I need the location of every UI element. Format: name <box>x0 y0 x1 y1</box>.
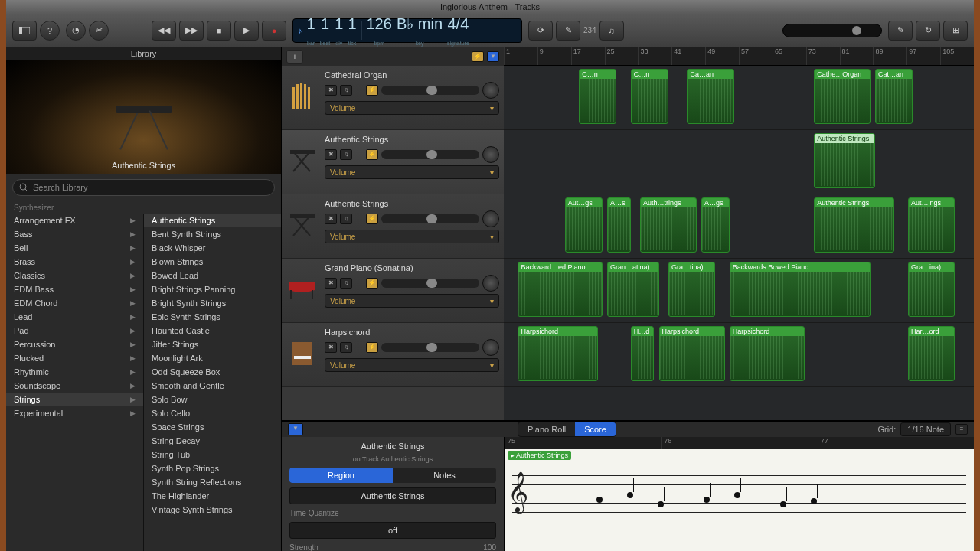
midi-region[interactable]: Harpsichord <box>659 326 725 381</box>
patch-item[interactable]: Vintage Synth Strings <box>144 503 281 517</box>
cycle-button[interactable]: ⟳ <box>528 21 553 41</box>
region-name-field[interactable]: Authentic Strings <box>289 487 496 504</box>
mute-button[interactable]: ✖ <box>325 149 337 160</box>
track-header[interactable]: Grand Piano (Sonatina) ✖ ♫ ⚡ Volume▾ <box>282 259 504 323</box>
midi-region[interactable]: Ca…an <box>687 69 733 124</box>
patch-list[interactable]: Authentic StringsBent Synth StringsBlack… <box>144 214 281 551</box>
automation-button[interactable]: ⚡ <box>366 278 378 289</box>
track-lane[interactable]: C…nC…nCa…anCathe…OrganCat…an <box>504 66 974 130</box>
patch-item[interactable]: Solo Cello <box>144 406 281 420</box>
media-browser-button[interactable]: ⊞ <box>943 21 968 41</box>
metronome-button[interactable]: ◔ <box>66 21 86 41</box>
note[interactable] <box>627 492 633 498</box>
mute-button[interactable]: ✖ <box>325 342 337 353</box>
automation-button[interactable]: ⚡ <box>366 342 378 353</box>
patch-item[interactable]: Epic Synth Strings <box>144 310 281 324</box>
midi-region[interactable]: Harpsichord <box>730 326 805 381</box>
midi-region[interactable]: Gran…atina) <box>607 262 659 317</box>
track-volume-slider[interactable] <box>381 86 479 95</box>
category-item[interactable]: Arrangement FX▶ <box>6 214 143 227</box>
category-item[interactable]: Pad▶ <box>6 324 143 337</box>
midi-region[interactable]: Backward…ed Piano <box>518 262 603 317</box>
midi-region[interactable]: Gra…ina) <box>908 262 955 317</box>
category-item[interactable]: Classics▶ <box>6 269 143 282</box>
automation-button[interactable]: ⚡ <box>366 214 378 224</box>
note[interactable] <box>811 498 817 504</box>
tab-piano-roll[interactable]: Piano Roll <box>518 422 575 436</box>
patch-item[interactable]: Haunted Castle <box>144 324 281 337</box>
help-button[interactable]: ? <box>40 21 60 41</box>
midi-region[interactable]: H…d <box>631 326 655 381</box>
tab-region[interactable]: Region <box>289 468 393 483</box>
scissors-button[interactable]: ✂ <box>89 21 109 41</box>
track-volume-slider[interactable] <box>381 343 479 352</box>
note[interactable] <box>658 501 664 507</box>
library-toggle-button[interactable] <box>12 21 37 41</box>
track-lane[interactable]: HarpsichordH…dHarpsichordHarpsichordHar…… <box>504 323 974 387</box>
pan-knob[interactable] <box>482 82 499 99</box>
patch-item[interactable]: Bright Strings Panning <box>144 282 281 296</box>
headphone-button[interactable]: ♫ <box>340 214 352 224</box>
forward-button[interactable]: ▶▶ <box>179 21 204 41</box>
midi-region[interactable]: A…gs <box>701 197 730 253</box>
midi-region[interactable]: A…s <box>607 197 631 253</box>
automation-button[interactable]: ⚡ <box>366 149 378 160</box>
track-lane[interactable]: Aut…gsA…sAuth…tringsA…gsAuthentic String… <box>504 194 974 259</box>
headphone-button[interactable]: ♫ <box>340 278 352 289</box>
filter-toggle[interactable]: ▼ <box>487 51 499 62</box>
patch-item[interactable]: Authentic Strings <box>144 214 281 227</box>
automation-toggle[interactable]: ⚡ <box>472 51 484 62</box>
headphone-button[interactable]: ♫ <box>340 85 352 96</box>
notepad-button[interactable]: ✎ <box>888 21 913 41</box>
category-item[interactable]: Soundscape▶ <box>6 379 143 393</box>
midi-region[interactable]: Aut…gs <box>565 197 603 253</box>
track-volume-slider[interactable] <box>381 279 479 288</box>
arrange-area[interactable]: 191725334149576573818997105 C…nC…nCa…anC… <box>504 47 974 420</box>
patch-item[interactable]: Synth String Reflections <box>144 475 281 489</box>
tab-notes[interactable]: Notes <box>393 468 496 483</box>
rewind-button[interactable]: ◀◀ <box>152 21 176 41</box>
add-track-button[interactable]: + <box>286 50 303 64</box>
pan-knob[interactable] <box>482 339 499 356</box>
pan-knob[interactable] <box>482 275 499 292</box>
category-item[interactable]: Lead▶ <box>6 310 143 324</box>
midi-region[interactable]: Auth…trings <box>640 197 697 253</box>
count-in-button[interactable]: ♫ <box>599 21 624 41</box>
note[interactable] <box>734 492 740 498</box>
midi-region[interactable]: Har…ord <box>908 326 955 381</box>
category-list[interactable]: Arrangement FX▶Bass▶Bell▶Brass▶Classics▶… <box>6 214 144 551</box>
editor-filter-button[interactable]: ▼ <box>288 423 303 435</box>
note[interactable] <box>596 497 603 503</box>
editor-menu-button[interactable]: ≡ <box>956 424 968 435</box>
tuner-button[interactable]: ✎ <box>556 21 580 41</box>
param-dropdown[interactable]: Volume▾ <box>325 358 499 372</box>
patch-item[interactable]: String Tub <box>144 448 281 461</box>
midi-region[interactable]: Backwards Bowed Piano <box>730 262 871 317</box>
mute-button[interactable]: ✖ <box>325 85 337 96</box>
midi-region[interactable]: Authentic Strings <box>814 197 893 253</box>
patch-item[interactable]: String Decay <box>144 434 281 448</box>
search-input[interactable]: Search Library <box>12 179 275 196</box>
category-item[interactable]: Experimental▶ <box>6 406 143 420</box>
patch-item[interactable]: Bent Synth Strings <box>144 227 281 241</box>
patch-item[interactable]: Space Strings <box>144 420 281 434</box>
midi-region[interactable]: Authentic Strings <box>814 133 875 188</box>
category-item[interactable]: Percussion▶ <box>6 337 143 351</box>
patch-item[interactable]: Moonlight Ark <box>144 351 281 365</box>
patch-item[interactable]: The Highlander <box>144 489 281 503</box>
patch-item[interactable]: Bright Synth Strings <box>144 296 281 310</box>
midi-region[interactable]: Gra…tina) <box>668 262 715 317</box>
patch-item[interactable]: Blown Strings <box>144 255 281 269</box>
editor-view-tabs[interactable]: Piano Roll Score <box>518 422 616 437</box>
loop-browser-button[interactable]: ↻ <box>916 21 940 41</box>
track-lane[interactable]: Authentic Strings <box>504 130 974 194</box>
headphone-button[interactable]: ♫ <box>340 342 352 353</box>
pan-knob[interactable] <box>482 146 499 163</box>
patch-item[interactable]: Black Whisper <box>144 241 281 255</box>
time-quantize-dropdown[interactable]: off <box>289 522 496 539</box>
record-button[interactable]: ● <box>262 21 286 41</box>
mute-button[interactable]: ✖ <box>325 214 337 224</box>
param-dropdown[interactable]: Volume▾ <box>325 294 499 308</box>
category-item[interactable]: Brass▶ <box>6 255 143 269</box>
category-item[interactable]: Plucked▶ <box>6 351 143 365</box>
